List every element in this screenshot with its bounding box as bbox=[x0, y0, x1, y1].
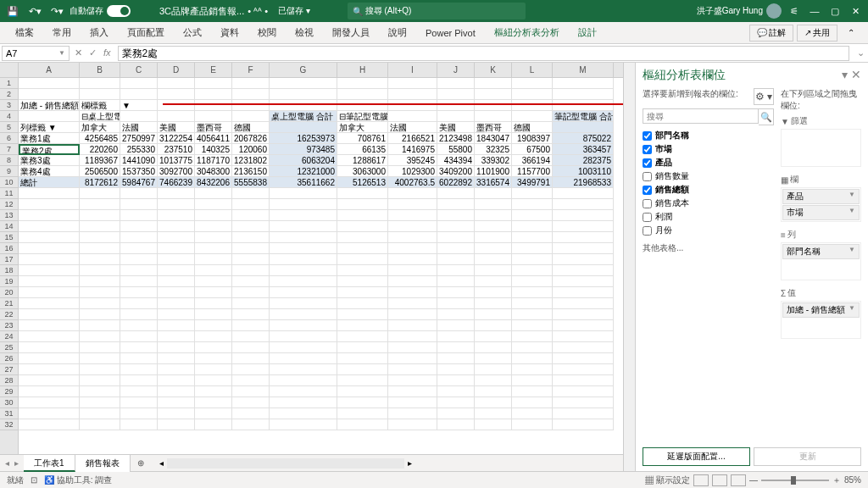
cell[interactable] bbox=[232, 397, 270, 408]
cell[interactable]: 6063204 bbox=[270, 155, 337, 166]
cell[interactable] bbox=[475, 265, 512, 276]
row-header[interactable]: 6 bbox=[0, 133, 18, 144]
row-header[interactable]: 11 bbox=[0, 188, 18, 199]
sheet-tab-2[interactable]: 銷售報表 bbox=[75, 455, 131, 472]
cell[interactable] bbox=[270, 254, 337, 265]
cell[interactable] bbox=[437, 298, 475, 309]
cell[interactable] bbox=[80, 254, 120, 265]
cell[interactable] bbox=[120, 408, 158, 419]
cell[interactable]: 1013775 bbox=[158, 155, 195, 166]
cell[interactable] bbox=[512, 188, 553, 199]
cell[interactable] bbox=[80, 364, 120, 375]
cell[interactable] bbox=[475, 100, 512, 111]
cell[interactable] bbox=[19, 254, 80, 265]
cell[interactable]: 6022892 bbox=[437, 177, 475, 188]
cell[interactable] bbox=[475, 188, 512, 199]
cell[interactable] bbox=[475, 221, 512, 232]
cell[interactable]: 欄標籤 bbox=[80, 100, 120, 111]
cell[interactable] bbox=[388, 221, 437, 232]
cell[interactable] bbox=[158, 100, 195, 111]
cell[interactable]: 2750997 bbox=[120, 133, 158, 144]
row-header[interactable]: 20 bbox=[0, 287, 18, 298]
cell[interactable] bbox=[270, 89, 337, 100]
cell[interactable] bbox=[195, 298, 232, 309]
row-header[interactable]: 15 bbox=[0, 232, 18, 243]
comment-button[interactable]: 💬 註解 bbox=[749, 25, 793, 42]
cell[interactable] bbox=[120, 276, 158, 287]
cell[interactable] bbox=[19, 408, 80, 419]
cell[interactable] bbox=[337, 287, 388, 298]
cell[interactable] bbox=[512, 331, 553, 342]
row-header[interactable]: 7 bbox=[0, 144, 18, 155]
accessibility-status[interactable]: ♿ 協助工具: 調查 bbox=[44, 474, 112, 486]
cell[interactable] bbox=[337, 89, 388, 100]
cell[interactable] bbox=[270, 309, 337, 320]
cell[interactable]: 業務4處 bbox=[19, 166, 80, 177]
cell[interactable] bbox=[553, 254, 614, 265]
cell[interactable]: 3048300 bbox=[195, 166, 232, 177]
row-header[interactable]: 16 bbox=[0, 243, 18, 254]
cell[interactable] bbox=[19, 265, 80, 276]
zoom-slider[interactable] bbox=[761, 480, 829, 481]
row-header[interactable]: 29 bbox=[0, 386, 18, 397]
cell[interactable] bbox=[475, 342, 512, 353]
cell[interactable] bbox=[195, 199, 232, 210]
cell[interactable]: 12321000 bbox=[270, 166, 337, 177]
cell[interactable] bbox=[195, 188, 232, 199]
fx-icon[interactable]: fx bbox=[103, 47, 111, 58]
cell[interactable] bbox=[475, 375, 512, 386]
cell[interactable] bbox=[19, 331, 80, 342]
cell[interactable]: 1101900 bbox=[475, 166, 512, 177]
cell[interactable] bbox=[475, 199, 512, 210]
horizontal-scrollbar[interactable] bbox=[167, 458, 404, 469]
cell[interactable]: 加拿大 bbox=[337, 122, 388, 133]
cell[interactable] bbox=[553, 375, 614, 386]
row-header[interactable]: 21 bbox=[0, 298, 18, 309]
cell[interactable] bbox=[120, 397, 158, 408]
cell[interactable] bbox=[388, 111, 437, 122]
cell[interactable] bbox=[158, 397, 195, 408]
cell[interactable]: 3122254 bbox=[158, 133, 195, 144]
cell[interactable]: 237510 bbox=[158, 144, 195, 155]
cell[interactable] bbox=[337, 188, 388, 199]
cell[interactable]: 業務2處 bbox=[19, 144, 80, 155]
cell[interactable] bbox=[337, 408, 388, 419]
cell[interactable] bbox=[475, 276, 512, 287]
select-all-corner[interactable] bbox=[0, 63, 19, 77]
cell[interactable] bbox=[158, 188, 195, 199]
defer-layout-button[interactable]: 延遲版面配置... bbox=[643, 447, 750, 466]
cell[interactable] bbox=[120, 243, 158, 254]
cell[interactable]: 7466239 bbox=[158, 177, 195, 188]
cell[interactable]: 366194 bbox=[512, 155, 553, 166]
cell[interactable] bbox=[388, 232, 437, 243]
cell[interactable] bbox=[195, 386, 232, 397]
cell[interactable] bbox=[232, 210, 270, 221]
cell[interactable] bbox=[437, 375, 475, 386]
cell[interactable] bbox=[437, 353, 475, 364]
row-header[interactable]: 31 bbox=[0, 408, 18, 419]
cell[interactable] bbox=[158, 89, 195, 100]
cell[interactable] bbox=[232, 221, 270, 232]
cell[interactable] bbox=[19, 342, 80, 353]
cell[interactable]: 列標籤 ▼ bbox=[19, 122, 80, 133]
cell[interactable] bbox=[232, 342, 270, 353]
cell[interactable] bbox=[270, 122, 337, 133]
cell[interactable] bbox=[19, 375, 80, 386]
cell[interactable] bbox=[19, 276, 80, 287]
sheet-tab-1[interactable]: 工作表1 bbox=[24, 455, 75, 472]
row-header[interactable]: 9 bbox=[0, 166, 18, 177]
cell[interactable] bbox=[195, 375, 232, 386]
cell[interactable]: 140325 bbox=[195, 144, 232, 155]
cell[interactable] bbox=[232, 188, 270, 199]
cell[interactable] bbox=[158, 276, 195, 287]
row-header[interactable]: 22 bbox=[0, 309, 18, 320]
undo-icon[interactable]: ↶▾ bbox=[25, 2, 44, 20]
cell[interactable] bbox=[388, 397, 437, 408]
row-header[interactable]: 27 bbox=[0, 364, 18, 375]
cell[interactable] bbox=[120, 375, 158, 386]
cell[interactable]: 32325 bbox=[475, 144, 512, 155]
cell[interactable] bbox=[120, 232, 158, 243]
cell[interactable] bbox=[270, 419, 337, 430]
area-item[interactable]: 市場▼ bbox=[782, 205, 860, 220]
cell[interactable]: 3499791 bbox=[512, 177, 553, 188]
